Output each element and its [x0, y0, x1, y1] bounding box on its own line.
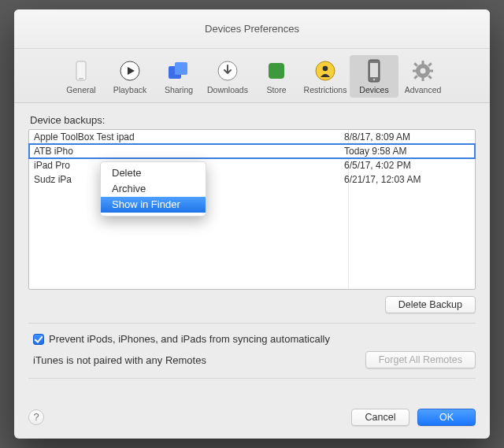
help-icon: ? [33, 411, 39, 423]
backup-name: Apple ToolBox Test ipad [34, 130, 344, 144]
ctx-show-in-finder[interactable]: Show in Finder [101, 197, 206, 213]
ctx-archive[interactable]: Archive [101, 181, 206, 197]
store-icon [264, 58, 289, 83]
svg-rect-0 [76, 61, 86, 80]
svg-point-14 [421, 68, 426, 74]
backup-name: ATB iPho [34, 144, 344, 158]
tab-label: Restrictions [301, 85, 350, 94]
table-row[interactable]: ATB iPho Today 9:58 AM [29, 144, 475, 158]
backup-date: 6/21/17, 12:03 AM [344, 172, 470, 187]
prevent-sync-row: Prevent iPods, iPhones, and iPads from s… [33, 333, 476, 345]
svg-rect-11 [370, 63, 378, 77]
svg-rect-20 [428, 62, 432, 67]
prevent-sync-checkbox[interactable] [33, 334, 44, 345]
svg-point-12 [373, 79, 376, 81]
divider [28, 378, 476, 379]
toolbar: General Playback Sharing Downloads Store [14, 49, 490, 103]
svg-point-9 [323, 66, 328, 72]
table-row[interactable]: Apple ToolBox Test ipad 8/8/17, 8:09 AM [29, 130, 475, 144]
tab-label: Downloads [203, 85, 252, 94]
sharing-icon [166, 58, 191, 83]
tab-label: Devices [350, 85, 398, 94]
svg-rect-22 [428, 75, 432, 80]
tab-sharing[interactable]: Sharing [154, 55, 203, 98]
gear-icon [410, 58, 435, 83]
general-icon [69, 58, 94, 83]
tab-label: Playback [106, 85, 154, 94]
svg-rect-16 [422, 77, 424, 81]
tab-label: Advanced [398, 85, 447, 94]
tab-label: Store [252, 85, 301, 94]
svg-rect-1 [79, 78, 83, 80]
svg-rect-19 [413, 62, 418, 67]
svg-rect-15 [422, 61, 424, 65]
ctx-delete[interactable]: Delete [101, 165, 206, 181]
table-row[interactable]: Sudz iPa 6/21/17, 12:03 AM [29, 172, 475, 187]
ok-button[interactable]: OK [417, 409, 476, 426]
tab-restrictions[interactable]: Restrictions [301, 55, 350, 98]
svg-rect-17 [413, 70, 417, 72]
play-icon [117, 58, 143, 83]
svg-rect-5 [175, 62, 187, 75]
svg-rect-7 [269, 63, 284, 79]
remotes-row: iTunes is not paired with any Remotes Fo… [33, 351, 476, 368]
tab-label: Sharing [154, 85, 203, 94]
table-row[interactable]: iPad Pro 6/5/17, 4:02 PM [29, 158, 475, 172]
backup-date: 6/5/17, 4:02 PM [344, 158, 470, 172]
tab-downloads[interactable]: Downloads [203, 55, 252, 98]
preferences-window: Devices Preferences General Playback Sha… [14, 9, 490, 439]
delete-row: Delete Backup [28, 296, 476, 313]
svg-rect-18 [429, 70, 433, 72]
titlebar: Devices Preferences [14, 9, 490, 49]
window-title: Devices Preferences [205, 23, 299, 35]
restrictions-icon [313, 58, 338, 83]
prevent-sync-label: Prevent iPods, iPhones, and iPads from s… [49, 333, 330, 345]
tab-store[interactable]: Store [252, 55, 301, 98]
forget-remotes-button[interactable]: Forget All Remotes [365, 351, 476, 368]
tab-label: General [57, 85, 106, 94]
backup-date: 8/8/17, 8:09 AM [344, 130, 470, 144]
tab-advanced[interactable]: Advanced [398, 55, 447, 98]
device-backups-label: Device backups: [28, 114, 476, 126]
content-area: Device backups: Apple ToolBox Test ipad … [14, 103, 490, 399]
backup-date: Today 9:58 AM [344, 144, 470, 158]
delete-backup-button[interactable]: Delete Backup [385, 296, 476, 313]
context-menu: Delete Archive Show in Finder [100, 161, 206, 217]
svg-rect-21 [413, 75, 418, 80]
backup-list[interactable]: Apple ToolBox Test ipad 8/8/17, 8:09 AM … [28, 129, 476, 290]
tab-devices[interactable]: Devices [350, 55, 398, 98]
tab-playback[interactable]: Playback [106, 55, 154, 98]
footer: ? Cancel OK [14, 399, 490, 439]
download-icon [215, 58, 240, 83]
divider [28, 323, 476, 324]
tab-general[interactable]: General [57, 55, 106, 98]
device-icon [361, 58, 387, 83]
cancel-button[interactable]: Cancel [351, 409, 410, 426]
remote-status: iTunes is not paired with any Remotes [33, 354, 206, 366]
help-button[interactable]: ? [28, 409, 44, 425]
